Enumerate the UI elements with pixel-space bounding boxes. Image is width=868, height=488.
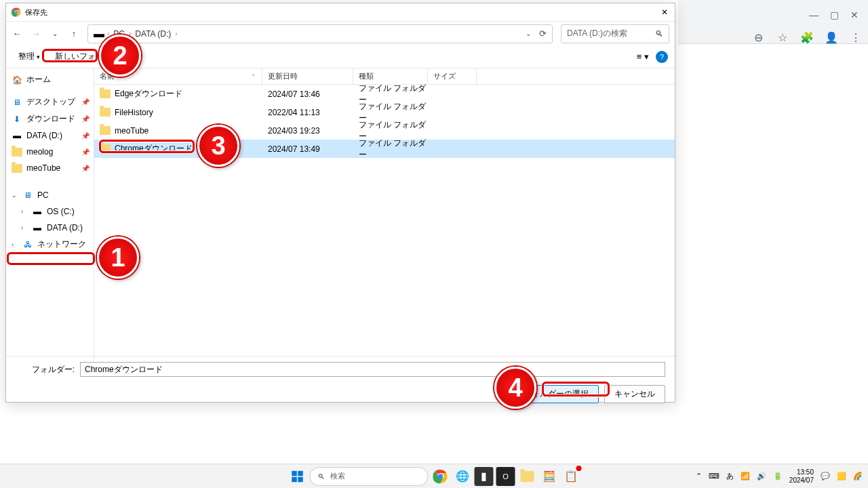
profile-icon[interactable]: 👤: [825, 30, 838, 44]
tray-keyboard-icon[interactable]: ⌨: [709, 472, 719, 481]
taskbar-clock[interactable]: 13:50 2024/07: [789, 468, 814, 485]
taskbar: 🔍︎検索 🌐 ▮ O 🧮 📋 ⌃ ⌨ あ 📶 🔊 🔋 13:50 2024/07…: [0, 464, 868, 488]
recent-dropdown[interactable]: ⌄: [50, 28, 60, 39]
taskbar-app1[interactable]: ▮: [475, 467, 494, 486]
desktop-icon: 🖥: [12, 97, 22, 108]
menu-icon[interactable]: ⋮: [849, 30, 863, 44]
browser-minimize[interactable]: —: [804, 7, 824, 23]
chrome-icon: [12, 7, 21, 17]
annotation-box-1: [7, 252, 95, 265]
view-button[interactable]: ≡ ▾: [637, 52, 649, 62]
dialog-titlebar: 保存先 ✕: [6, 3, 675, 21]
search-icon: 🔍︎: [655, 29, 663, 39]
sidebar-meotube[interactable]: meoTube📌: [6, 160, 94, 176]
svg-rect-8: [298, 476, 303, 482]
pin-icon: 📌: [81, 165, 90, 172]
zoom-icon[interactable]: ⊖: [751, 30, 765, 44]
browser-close[interactable]: ✕: [844, 7, 865, 23]
sidebar-os-c[interactable]: ›▬OS (C:): [6, 203, 94, 220]
tray-volume-icon[interactable]: 🔊: [757, 472, 766, 481]
drive-icon: ▬: [32, 222, 43, 233]
annotation-box-3: [99, 140, 195, 153]
taskbar-app2[interactable]: O: [496, 467, 515, 486]
search-input[interactable]: DATA (D:)の検索 🔍︎: [561, 24, 669, 43]
tray-app-icon[interactable]: 🌈: [853, 472, 863, 481]
folder-input[interactable]: [80, 362, 665, 377]
close-icon[interactable]: ✕: [658, 6, 671, 18]
refresh-icon[interactable]: ⟳: [539, 28, 547, 39]
tray-chevron-icon[interactable]: ⌃: [696, 472, 702, 481]
sidebar-data-d-tree[interactable]: ›▬DATA (D:): [6, 220, 94, 236]
chevron-right-icon[interactable]: ›: [21, 224, 28, 231]
folder-icon: [12, 163, 22, 174]
help-icon[interactable]: ?: [656, 51, 668, 63]
column-date[interactable]: 更新日時: [262, 68, 353, 84]
pin-icon: 📌: [81, 132, 90, 140]
taskbar-chrome[interactable]: [431, 467, 450, 486]
search-icon: 🔍︎: [317, 472, 325, 481]
column-size[interactable]: サイズ: [428, 68, 477, 84]
sidebar-data-d[interactable]: ▬DATA (D:)📌: [6, 127, 94, 144]
svg-rect-7: [292, 476, 297, 482]
svg-rect-5: [292, 470, 297, 476]
drive-icon: ▬: [12, 130, 22, 141]
breadcrumb-drive[interactable]: DATA (D:): [134, 29, 172, 39]
cancel-button[interactable]: キャンセル: [604, 385, 665, 403]
sidebar-downloads[interactable]: ⬇ダウンロード📌: [6, 110, 94, 127]
pin-icon: 📌: [81, 148, 90, 156]
extensions-icon[interactable]: 🧩: [800, 30, 814, 44]
tray-wifi-icon[interactable]: 📶: [741, 472, 750, 481]
sidebar: 🏠ホーム 🖥デスクトップ📌 ⬇ダウンロード📌 ▬DATA (D:)📌 meolo…: [6, 68, 94, 360]
folder-icon: [12, 146, 22, 157]
addr-dropdown-icon[interactable]: ⌄: [526, 30, 531, 37]
home-icon: 🏠: [12, 75, 22, 85]
dialog-title: 保存先: [25, 7, 47, 18]
address-bar[interactable]: ▬ › PC › DATA (D:) › ⌄ ⟳: [87, 24, 553, 43]
sidebar-pc[interactable]: ⌄🖥PC: [6, 187, 94, 203]
annotation-box-2: [42, 49, 98, 62]
sidebar-meolog[interactable]: meolog📌: [6, 144, 94, 160]
pin-icon: 📌: [81, 115, 90, 123]
network-icon: 🖧: [22, 239, 33, 250]
svg-point-10: [438, 474, 443, 479]
organize-button[interactable]: 整理▾: [13, 49, 45, 64]
forward-button[interactable]: →: [31, 28, 41, 39]
annotation-box-4: [542, 382, 610, 396]
folder-icon: [100, 89, 111, 98]
start-button[interactable]: [288, 467, 307, 486]
drive-icon: ▬: [94, 28, 104, 40]
sidebar-network[interactable]: ›🖧ネットワーク: [6, 236, 94, 253]
annotation-marker-3: 3: [197, 125, 239, 167]
up-button[interactable]: ↑: [68, 28, 79, 39]
annotation-marker-1: 1: [97, 237, 139, 279]
pc-icon: 🖥: [22, 190, 33, 201]
bookmark-star-icon[interactable]: ☆: [776, 30, 789, 44]
taskbar-explorer[interactable]: [518, 467, 537, 486]
browser-maximize[interactable]: ▢: [824, 7, 844, 23]
annotation-marker-4: 4: [494, 367, 536, 409]
chevron-right-icon[interactable]: ›: [21, 208, 28, 215]
svg-rect-6: [298, 470, 303, 476]
folder-icon: [100, 126, 111, 135]
download-icon: ⬇: [12, 114, 22, 125]
taskbar-edge[interactable]: 🌐: [453, 467, 472, 486]
tray-battery-icon[interactable]: 🔋: [773, 472, 783, 481]
tray-notification-icon[interactable]: 💬: [821, 472, 830, 481]
sidebar-home[interactable]: 🏠ホーム: [6, 71, 94, 88]
annotation-marker-2: 2: [99, 35, 141, 77]
folder-icon: [100, 108, 111, 117]
tray-app-icon[interactable]: 🟨: [837, 472, 846, 481]
file-list: 名前⌃ 更新日時 種類 サイズ Edgeダウンロード 2024/07 13:46…: [94, 68, 675, 360]
taskbar-search[interactable]: 🔍︎検索: [310, 467, 429, 486]
folder-label: フォルダー:: [16, 364, 80, 375]
sidebar-desktop[interactable]: 🖥デスクトップ📌: [6, 94, 94, 110]
taskbar-calculator[interactable]: 🧮: [540, 467, 559, 486]
chevron-right-icon[interactable]: ›: [12, 241, 18, 248]
drive-icon: ▬: [32, 206, 43, 217]
ime-indicator[interactable]: あ: [726, 471, 734, 481]
svg-point-4: [15, 11, 18, 14]
taskbar-app3[interactable]: 📋: [561, 467, 580, 486]
back-button[interactable]: ←: [12, 28, 22, 39]
chevron-down-icon[interactable]: ⌄: [12, 192, 18, 199]
pin-icon: 📌: [81, 98, 90, 106]
